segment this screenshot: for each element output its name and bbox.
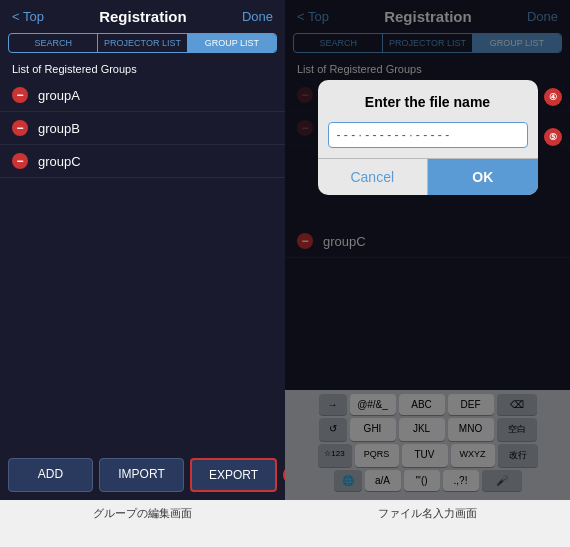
tab-group-left[interactable]: GROUP LIST [188,34,276,52]
left-bottom-buttons: ADD IMPORT EXPORT [0,450,285,500]
group-label-c: groupC [38,154,81,169]
left-nav-title: Registration [99,8,187,25]
import-button[interactable]: IMPORT [99,458,184,492]
modal-ok-button[interactable]: OK [428,159,538,195]
left-back-button[interactable]: < Top [12,9,44,24]
left-screen: < Top Registration Done SEARCH PROJECTOR… [0,0,285,500]
modal-buttons: Cancel OK [318,158,538,195]
modal-overlay: Enter the file name Cancel OK ④ ⑤ [285,0,570,500]
list-item: − groupB [0,112,285,145]
group-label-b: groupB [38,121,80,136]
modal-cancel-button[interactable]: Cancel [318,159,429,195]
modal-filename-input[interactable] [328,122,528,148]
remove-btn-b[interactable]: − [12,120,28,136]
left-list-area: − groupA − groupB − groupC [0,79,285,450]
export-button[interactable]: EXPORT [190,458,277,492]
step-badge-5: ⑤ [544,128,562,146]
left-section-title: List of Registered Groups [0,57,285,79]
step-badge-3: ③ [283,466,285,484]
list-item: − groupA [0,79,285,112]
step-badge-4: ④ [544,88,562,106]
left-tab-bar: SEARCH PROJECTOR LIST GROUP LIST [8,33,277,53]
modal-title: Enter the file name [318,80,538,116]
remove-btn-a[interactable]: − [12,87,28,103]
captions-row: グループの編集画面 ファイル名入力画面 [0,500,570,536]
remove-btn-c[interactable]: − [12,153,28,169]
right-screen: < Top Registration Done SEARCH PROJECTOR… [285,0,570,500]
modal-dialog: Enter the file name Cancel OK [318,80,538,195]
tab-projector-left[interactable]: PROJECTOR LIST [98,34,187,52]
left-nav-bar: < Top Registration Done [0,0,285,29]
add-button[interactable]: ADD [8,458,93,492]
list-item: − groupC [0,145,285,178]
tab-search-left[interactable]: SEARCH [9,34,98,52]
left-done-button[interactable]: Done [242,9,273,24]
right-caption: ファイル名入力画面 [285,500,570,536]
group-label-a: groupA [38,88,80,103]
left-caption: グループの編集画面 [0,500,285,536]
